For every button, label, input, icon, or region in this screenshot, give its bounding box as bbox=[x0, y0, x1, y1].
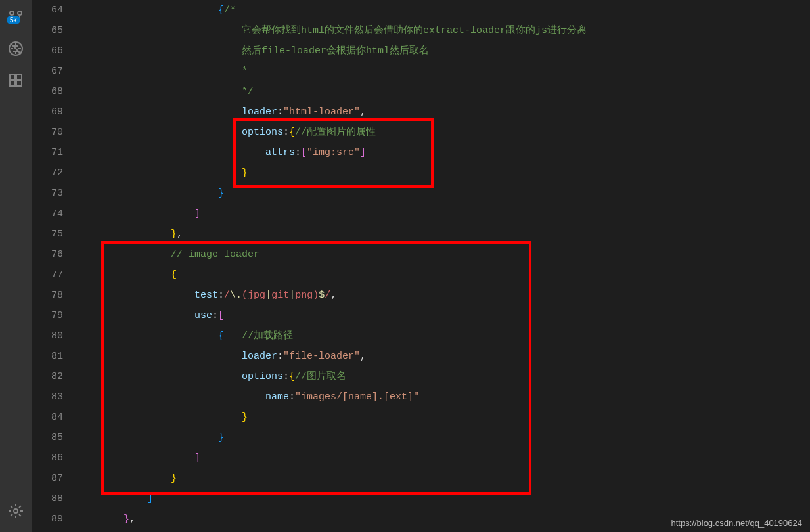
line-number: 78 bbox=[32, 285, 63, 305]
line-number: 88 bbox=[32, 489, 63, 509]
source-control-icon[interactable]: 5k bbox=[0, 1, 32, 33]
line-number: 89 bbox=[32, 509, 63, 529]
activity-bar: 5k bbox=[0, 0, 32, 532]
extensions-icon[interactable] bbox=[0, 64, 32, 96]
line-number: 73 bbox=[32, 183, 63, 204]
comment: * bbox=[242, 66, 248, 77]
brace: { bbox=[289, 371, 295, 382]
comment: // image loader bbox=[171, 249, 259, 260]
line-number: 84 bbox=[32, 407, 63, 428]
comma: , bbox=[330, 290, 336, 301]
line-number: 83 bbox=[32, 387, 63, 407]
editor-area: 6465666768697071727374757677787980818283… bbox=[32, 0, 810, 532]
regex-alt: jpg bbox=[248, 290, 265, 301]
pipe: | bbox=[265, 290, 271, 301]
colon: : bbox=[283, 371, 289, 382]
line-number: 87 bbox=[32, 468, 63, 489]
svg-point-8 bbox=[14, 509, 18, 513]
svg-rect-5 bbox=[16, 74, 22, 79]
line-number-gutter: 6465666768697071727374757677787980818283… bbox=[32, 0, 76, 532]
bracket: ] bbox=[194, 208, 200, 219]
bracket: ] bbox=[147, 493, 153, 504]
dollar: $ bbox=[319, 290, 325, 301]
line-number: 77 bbox=[32, 265, 63, 285]
colon: : bbox=[277, 351, 283, 362]
colon: : bbox=[289, 391, 295, 403]
prop-key: name bbox=[265, 391, 289, 403]
bracket: ] bbox=[194, 453, 200, 464]
brace: } bbox=[242, 412, 248, 423]
comment: 然后file-loader会根据你html然后取名 bbox=[242, 45, 429, 56]
regex-alt: png bbox=[295, 290, 313, 301]
code-content[interactable]: {/* 它会帮你找到html的文件然后会借助你的extract-loader跟你… bbox=[76, 0, 810, 532]
line-number: 69 bbox=[32, 102, 63, 122]
regex: / bbox=[325, 290, 330, 301]
source-control-badge: 5k bbox=[7, 16, 20, 24]
line-number: 74 bbox=[32, 204, 63, 224]
colon: : bbox=[212, 310, 218, 321]
brace: } bbox=[171, 473, 177, 484]
prop-key: loader bbox=[242, 351, 277, 362]
line-number: 64 bbox=[32, 0, 63, 20]
string: "img:src" bbox=[307, 147, 360, 158]
bracket: [ bbox=[301, 147, 307, 158]
line-number: 67 bbox=[32, 61, 63, 81]
prop-key: options bbox=[242, 371, 283, 382]
brace: { bbox=[171, 269, 177, 280]
line-number: 70 bbox=[32, 122, 63, 143]
colon: : bbox=[295, 147, 301, 158]
regex: \. bbox=[230, 290, 242, 301]
comment: //加载路径 bbox=[242, 330, 293, 342]
brace: } bbox=[218, 432, 224, 443]
comma: , bbox=[360, 106, 366, 118]
prop-key: test bbox=[194, 290, 218, 301]
svg-rect-6 bbox=[10, 81, 15, 86]
prop-key: options bbox=[242, 127, 283, 138]
line-number: 71 bbox=[32, 143, 63, 163]
line-number: 66 bbox=[32, 41, 63, 61]
brace: } bbox=[218, 188, 224, 199]
line-number: 76 bbox=[32, 244, 63, 265]
svg-point-1 bbox=[18, 11, 22, 15]
brace: { bbox=[289, 127, 295, 138]
colon: : bbox=[218, 290, 224, 301]
string: "images/[name].[ext]" bbox=[295, 391, 419, 403]
line-number: 82 bbox=[32, 366, 63, 387]
svg-rect-4 bbox=[10, 74, 15, 79]
brace: } bbox=[171, 229, 177, 240]
prop-key: use bbox=[194, 310, 212, 321]
comma: , bbox=[177, 229, 183, 240]
comma: , bbox=[129, 514, 135, 525]
prop-key: loader bbox=[242, 106, 277, 118]
colon: : bbox=[283, 127, 289, 138]
comment: */ bbox=[242, 86, 254, 97]
line-number: 86 bbox=[32, 448, 63, 468]
comment: 它会帮你找到html的文件然后会借助你的extract-loader跟你的js进… bbox=[242, 25, 587, 36]
brace: { bbox=[218, 5, 224, 16]
line-number: 72 bbox=[32, 163, 63, 183]
debug-icon[interactable] bbox=[0, 33, 32, 64]
brace: { bbox=[218, 330, 224, 342]
line-number: 80 bbox=[32, 326, 63, 346]
watermark: https://blog.csdn.net/qq_40190624 bbox=[671, 518, 803, 528]
settings-gear-icon[interactable] bbox=[0, 495, 32, 527]
svg-point-0 bbox=[10, 11, 14, 15]
paren: ) bbox=[313, 290, 319, 301]
line-number: 68 bbox=[32, 81, 63, 102]
line-number: 79 bbox=[32, 305, 63, 326]
pipe: | bbox=[289, 290, 295, 301]
comment: //配置图片的属性 bbox=[295, 127, 376, 138]
svg-rect-7 bbox=[16, 81, 22, 86]
comment: //图片取名 bbox=[295, 371, 346, 382]
comment: /* bbox=[224, 5, 236, 16]
string: "file-loader" bbox=[283, 351, 360, 362]
line-number: 81 bbox=[32, 346, 63, 366]
regex: / bbox=[224, 290, 230, 301]
line-number: 85 bbox=[32, 428, 63, 448]
prop-key: attrs bbox=[265, 147, 295, 158]
regex-alt: git bbox=[271, 290, 289, 301]
brace: } bbox=[124, 514, 129, 525]
string: "html-loader" bbox=[283, 106, 360, 118]
line-number: 65 bbox=[32, 20, 63, 41]
bracket: [ bbox=[218, 310, 224, 321]
